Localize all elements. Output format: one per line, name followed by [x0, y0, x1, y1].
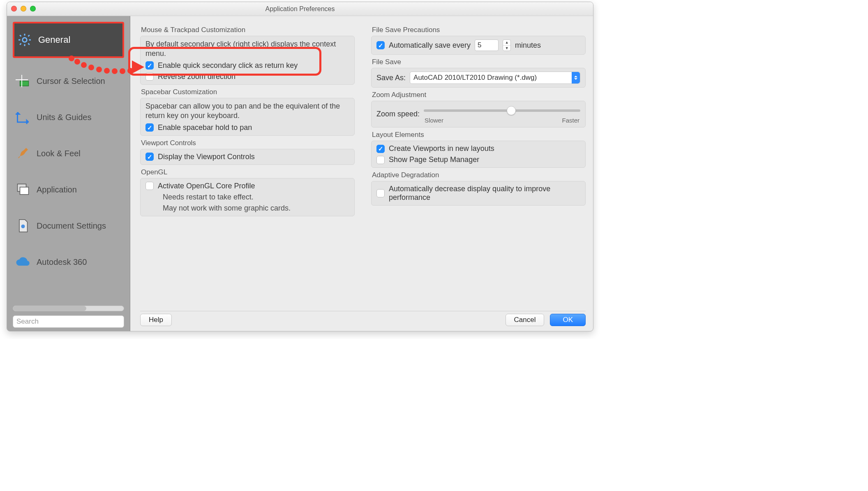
titlebar: Application Preferences [7, 2, 593, 16]
search-input[interactable]: Search [13, 315, 124, 328]
spacebar-desc: Spacebar can allow you to pan and be the… [145, 102, 349, 121]
show-page-setup-label: Show Page Setup Manager [389, 155, 479, 164]
enable-spacebar-pan-checkbox[interactable] [145, 123, 154, 132]
gear-icon [17, 32, 32, 48]
filesave-group: Save As: AutoCAD 2010/LT2010 Drawing (*.… [371, 68, 586, 88]
display-viewport-controls-checkbox[interactable] [145, 153, 154, 161]
sidebar-item-label: Units & Guides [37, 113, 91, 122]
zoom-slow-label: Slower [425, 117, 443, 124]
sidebar-item-application[interactable]: Application [13, 171, 124, 208]
preferences-window: Application Preferences General Cursor &… [7, 2, 593, 331]
enable-quick-secondary-click-label: Enable quick secondary click as return k… [158, 61, 298, 70]
create-viewports-label: Create Viewports in new layouts [389, 144, 494, 153]
display-viewport-controls-label: Display the Viewport Controls [158, 153, 255, 161]
zoom-speed-label: Zoom speed: [376, 110, 420, 118]
help-button[interactable]: Help [140, 314, 172, 326]
left-column: Mouse & Trackpad Customization By defaul… [140, 23, 355, 307]
sidebar-item-label: General [38, 35, 70, 45]
cursor-icon [15, 73, 31, 89]
brush-icon [15, 146, 31, 161]
reverse-zoom-label: Reverse zoom direction [158, 72, 235, 81]
auto-save-label-pre: Automatically save every [389, 41, 471, 50]
auto-save-checkbox[interactable] [376, 41, 385, 49]
opengl-group-label: OpenGL [141, 168, 354, 176]
layout-elements-label: Layout Elements [372, 131, 585, 139]
create-viewports-checkbox[interactable] [376, 145, 385, 153]
adaptive-degradation-label: Adaptive Degradation [372, 171, 585, 179]
zoom-fast-label: Faster [562, 117, 579, 124]
mouse-group-label: Mouse & Trackpad Customization [141, 26, 354, 34]
adaptive-degradation-checkbox[interactable] [376, 189, 385, 197]
adaptive-degradation-group: Automatically decrease display quality t… [371, 181, 586, 206]
svg-point-0 [23, 38, 27, 42]
sidebar-item-cursor-selection[interactable]: Cursor & Selection [13, 63, 124, 99]
axis-icon [15, 109, 31, 125]
mouse-group: By default secondary click (right click)… [140, 36, 355, 85]
bottom-bar: Help Cancel OK [140, 311, 586, 326]
zoom-adjust-label: Zoom Adjustment [372, 91, 585, 99]
auto-save-interval-field[interactable]: 5 [475, 39, 499, 51]
zoom-adjust-group: Zoom speed: Slower Faster [371, 101, 586, 127]
activate-opengl-label: Activate OpenGL Core Profile [158, 182, 255, 190]
sidebar-item-label: Look & Feel [37, 149, 81, 158]
svg-point-6 [21, 225, 25, 228]
viewport-group: Display the Viewport Controls [140, 149, 355, 165]
right-column: File Save Precautions Automatically save… [371, 23, 586, 307]
auto-save-unit: minutes [515, 41, 541, 50]
zoom-window-button[interactable] [30, 6, 36, 12]
activate-opengl-checkbox[interactable] [145, 182, 154, 190]
svg-rect-5 [20, 187, 29, 195]
sidebar: General Cursor & Selection Units & Guide… [7, 16, 130, 331]
filesave-prec-label: File Save Precautions [372, 26, 585, 34]
saveas-label: Save As: [376, 74, 406, 82]
filesave-label: File Save [372, 58, 585, 66]
sidebar-item-label: Document Settings [37, 221, 106, 231]
opengl-hint-restart: Needs restart to take effect. [145, 193, 349, 201]
ok-button[interactable]: OK [550, 314, 586, 326]
sidebar-scrollbar[interactable] [13, 306, 124, 311]
close-window-button[interactable] [11, 6, 17, 12]
sidebar-item-label: Cursor & Selection [37, 76, 105, 86]
show-page-setup-checkbox[interactable] [376, 156, 385, 164]
enable-quick-secondary-click-checkbox[interactable] [145, 61, 154, 69]
spacebar-group: Spacebar can allow you to pan and be the… [140, 98, 355, 136]
adaptive-degradation-text: Automatically decrease display quality t… [389, 185, 580, 202]
windows-icon [15, 182, 31, 197]
mouse-desc: By default secondary click (right click)… [145, 39, 349, 59]
sidebar-item-autodesk-360[interactable]: Autodesk 360 [13, 244, 124, 280]
content: General Cursor & Selection Units & Guide… [7, 16, 593, 331]
saveas-value: AutoCAD 2010/LT2010 Drawing (*.dwg) [413, 74, 537, 82]
sidebar-item-units-guides[interactable]: Units & Guides [13, 99, 124, 135]
enable-spacebar-pan-label: Enable spacebar hold to pan [158, 123, 252, 132]
layout-elements-group: Create Viewports in new layouts Show Pag… [371, 141, 586, 168]
reverse-zoom-checkbox[interactable] [145, 72, 154, 81]
minimize-window-button[interactable] [21, 6, 26, 12]
sidebar-item-label: Autodesk 360 [37, 257, 87, 267]
window-title: Application Preferences [7, 5, 593, 13]
saveas-select[interactable]: AutoCAD 2010/LT2010 Drawing (*.dwg) [410, 72, 580, 84]
traffic-lights [11, 6, 36, 12]
svg-rect-1 [20, 81, 29, 86]
opengl-group: Activate OpenGL Core Profile Needs resta… [140, 178, 355, 216]
spacebar-group-label: Spacebar Customization [141, 88, 354, 96]
opengl-hint-graphics: May not work with some graphic cards. [145, 204, 349, 213]
cancel-button[interactable]: Cancel [506, 314, 545, 326]
sidebar-item-look-feel[interactable]: Look & Feel [13, 135, 124, 171]
auto-save-interval-stepper[interactable]: ▲▼ [503, 39, 511, 51]
sidebar-item-label: Application [37, 185, 77, 195]
preferences-main: Mouse & Trackpad Customization By defaul… [130, 16, 593, 331]
chevron-updown-icon [572, 72, 580, 83]
viewport-group-label: Viewport Controls [141, 139, 354, 147]
cloud-icon [15, 254, 31, 270]
search-placeholder: Search [16, 317, 39, 326]
sidebar-item-general[interactable]: General [13, 22, 124, 58]
filesave-prec-group: Automatically save every 5 ▲▼ minutes [371, 36, 586, 55]
document-gear-icon [15, 218, 31, 234]
zoom-speed-slider[interactable] [424, 104, 580, 117]
sidebar-item-document-settings[interactable]: Document Settings [13, 208, 124, 244]
